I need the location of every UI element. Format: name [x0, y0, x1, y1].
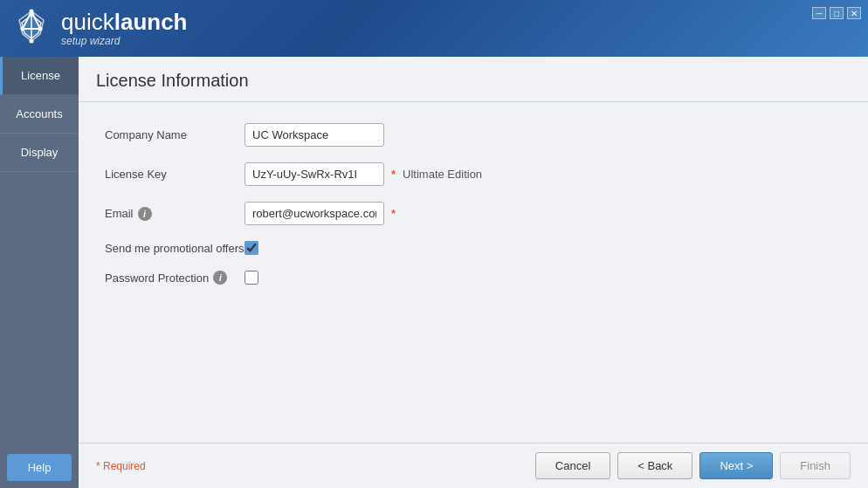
password-checkbox[interactable]: [245, 271, 258, 285]
cancel-button[interactable]: Cancel: [535, 452, 610, 479]
sidebar-label-display: Display: [21, 146, 59, 159]
edition-text: Ultimate Edition: [403, 168, 482, 181]
required-note: * Required: [96, 460, 146, 472]
content-footer: * Required Cancel < Back Next > Finish: [79, 443, 868, 488]
license-key-label: License Key: [105, 168, 245, 181]
sidebar-item-license[interactable]: License: [0, 57, 79, 95]
company-name-row: Company Name: [105, 123, 842, 147]
sidebar: License Accounts Display Help: [0, 57, 79, 488]
next-button[interactable]: Next >: [699, 452, 773, 479]
license-key-row: License Key * Ultimate Edition: [105, 162, 842, 186]
close-button[interactable]: ✕: [847, 7, 861, 19]
sidebar-label-accounts: Accounts: [16, 107, 62, 120]
email-row: Email i *: [105, 202, 842, 225]
sidebar-label-license: License: [21, 69, 60, 82]
sidebar-bottom: Help: [0, 447, 79, 488]
logo-icon: [10, 8, 52, 50]
logo-area: quicklaunch setup wizard: [10, 8, 188, 50]
svg-point-6: [30, 9, 34, 13]
content-area: License Information Company Name License…: [79, 57, 868, 488]
email-required-star: *: [391, 207, 396, 220]
svg-point-9: [30, 38, 34, 43]
password-info-icon[interactable]: i: [213, 271, 227, 285]
app-name: quicklaunch: [61, 10, 188, 35]
svg-point-8: [38, 26, 43, 31]
password-checkbox-area: [245, 271, 258, 285]
email-input[interactable]: [245, 202, 384, 225]
email-label: Email i: [105, 207, 245, 221]
logo-light: quick: [61, 9, 114, 35]
window-controls[interactable]: ─ □ ✕: [812, 7, 861, 19]
password-label-text: Password Protection: [105, 271, 209, 285]
title-bar: quicklaunch setup wizard ─ □ ✕: [0, 0, 868, 57]
promo-row: Send me promotional offers: [105, 241, 842, 255]
promo-checkbox[interactable]: [245, 241, 258, 255]
license-key-control: * Ultimate Edition: [245, 162, 482, 186]
password-row: Password Protection i: [105, 271, 842, 285]
promo-label: Send me promotional offers: [105, 242, 245, 255]
license-required-star: *: [391, 168, 396, 181]
minimize-button[interactable]: ─: [812, 7, 826, 19]
logo-bold: launch: [114, 9, 188, 35]
password-label: Password Protection i: [105, 271, 245, 285]
logo-text: quicklaunch setup wizard: [61, 10, 188, 47]
app-body: License Accounts Display Help License In…: [0, 57, 868, 488]
footer-buttons: Cancel < Back Next > Finish: [535, 452, 851, 479]
license-key-input[interactable]: [245, 162, 384, 186]
email-info-icon[interactable]: i: [138, 207, 152, 221]
help-button[interactable]: Help: [7, 454, 72, 481]
back-button[interactable]: < Back: [617, 452, 692, 479]
promo-checkbox-area: [245, 241, 258, 255]
sidebar-item-display[interactable]: Display: [0, 134, 79, 172]
finish-button[interactable]: Finish: [780, 452, 851, 479]
app-subtitle: setup wizard: [61, 35, 188, 47]
content-body: Company Name License Key * Ultimate Edit…: [79, 102, 868, 443]
page-title: License Information: [96, 71, 851, 91]
restore-button[interactable]: □: [830, 7, 844, 19]
email-control: *: [245, 202, 396, 225]
company-name-control: [245, 123, 384, 147]
company-name-input[interactable]: [245, 123, 384, 147]
content-header: License Information: [79, 57, 868, 102]
sidebar-item-accounts[interactable]: Accounts: [0, 95, 79, 134]
email-label-text: Email: [105, 207, 134, 220]
company-name-label: Company Name: [105, 128, 245, 141]
svg-point-7: [21, 26, 25, 31]
